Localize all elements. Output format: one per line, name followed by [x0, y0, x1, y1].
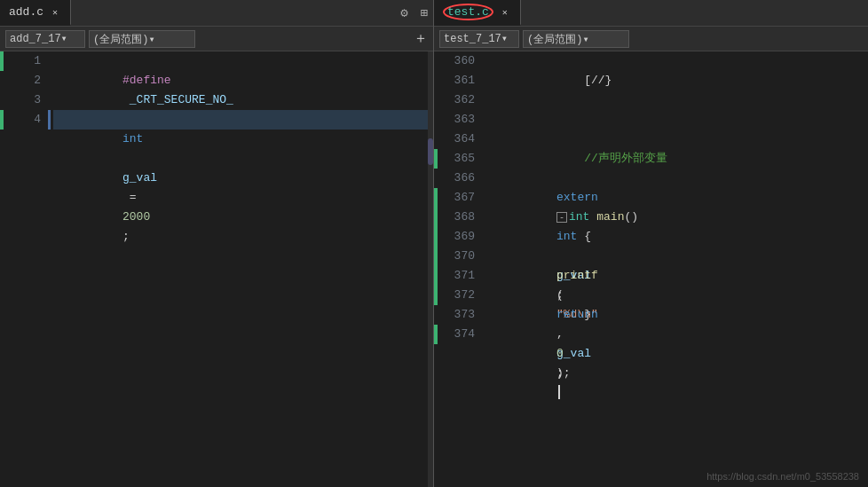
- left-tab-label: add.c: [9, 5, 43, 19]
- right-ln-366: 366: [438, 169, 475, 188]
- left-code-line-1: #define _CRT_SECURE_NO_: [53, 51, 428, 71]
- right-file-dropdown[interactable]: test_7_17▾: [439, 30, 519, 48]
- right-code-line-367: -int main(): [487, 188, 868, 208]
- left-code-area: 1 2 3 4 #define _CRT_SECURE_NO_ int g_va…: [0, 51, 433, 487]
- left-scope-dropdown[interactable]: (全局范围)▾: [89, 30, 195, 48]
- left-minimap-thumb: [428, 138, 433, 165]
- right-scope-dropdown-label: (全局范围): [527, 34, 582, 46]
- right-code-line-374: [487, 325, 868, 344]
- right-code-line-368: {: [487, 208, 868, 227]
- right-scope-dropdown[interactable]: (全局范围)▾: [523, 30, 629, 48]
- right-tab-test-c[interactable]: test.c ✕: [434, 0, 521, 26]
- watermark: https://blog.csdn.net/m0_53558238: [706, 471, 859, 482]
- right-ln-371: 371: [438, 266, 475, 286]
- left-gear-icon[interactable]: ⚙: [393, 5, 414, 20]
- right-code-line-360: [//}: [487, 51, 868, 71]
- right-tab-close[interactable]: ✕: [499, 6, 511, 19]
- left-code-line-2: [53, 71, 428, 90]
- right-ln-373: 373: [438, 305, 475, 325]
- right-tab-bar: test.c ✕: [434, 0, 868, 27]
- right-code-line-366: [487, 169, 868, 188]
- right-code-line-365: extern int g_val ;: [487, 149, 868, 169]
- right-toolbar: test_7_17▾ (全局范围)▾: [434, 27, 868, 51]
- right-code-line-369: printf ( "%d\n" , g_val );: [487, 227, 868, 247]
- left-file-dropdown[interactable]: add_7_17▾: [5, 30, 85, 48]
- left-minimap[interactable]: [428, 51, 433, 487]
- right-ln-364: 364: [438, 130, 475, 149]
- right-code-line-362: [487, 90, 868, 110]
- text-cursor: [558, 385, 560, 399]
- right-code-line-372: }: [487, 286, 868, 305]
- left-ln-1: 1: [4, 51, 41, 71]
- left-add-icon[interactable]: ＋: [414, 29, 428, 48]
- right-ln-361: 361: [438, 71, 475, 90]
- left-ln-3: 3: [4, 90, 41, 110]
- left-ln-4: 4: [4, 110, 41, 130]
- right-ln-372: 372: [438, 286, 475, 305]
- left-ln-2: 2: [4, 71, 41, 90]
- right-code-line-370: [487, 247, 868, 266]
- left-scope-dropdown-label: (全局范围): [93, 34, 148, 46]
- right-ln-368: 368: [438, 208, 475, 227]
- right-ln-360: 360: [438, 51, 475, 71]
- left-code-content[interactable]: #define _CRT_SECURE_NO_ int g_val = 2000…: [48, 51, 428, 487]
- right-ln-362: 362: [438, 90, 475, 110]
- right-ln-367: 367: [438, 188, 475, 208]
- right-code-line-364: //声明外部变量: [487, 130, 868, 149]
- right-code-line-361: [487, 71, 868, 90]
- left-toolbar: add_7_17▾ (全局范围)▾ ＋: [0, 27, 433, 51]
- left-tab-bar: add.c ✕ ⚙ ⊞: [0, 0, 433, 27]
- right-tab-name-highlight: test.c: [443, 4, 493, 20]
- left-code-line-4: int g_val = 2000 ;: [53, 110, 428, 130]
- right-code-line-373: [487, 305, 868, 325]
- left-bookmark-bar: [48, 110, 51, 130]
- left-tab-add-c[interactable]: add.c ✕: [0, 0, 71, 26]
- left-code-line-3: [53, 90, 428, 110]
- left-tab-close[interactable]: ✕: [49, 6, 61, 19]
- right-file-dropdown-label: test_7_17: [444, 33, 501, 45]
- right-ln-370: 370: [438, 247, 475, 266]
- left-file-dropdown-label: add_7_17: [10, 33, 61, 45]
- left-split-icon[interactable]: ⊞: [415, 5, 433, 20]
- right-ln-369: 369: [438, 227, 475, 247]
- right-code-content[interactable]: [//} //声明外部变量 extern int: [482, 51, 868, 487]
- right-ln-363: 363: [438, 110, 475, 130]
- right-code-line-371: return 0 ;: [487, 266, 868, 286]
- right-ln-374: 374: [438, 325, 475, 344]
- right-code-area: 360 361 362 363 364 365 366 367 368 369 …: [434, 51, 868, 487]
- left-line-numbers: 1 2 3 4: [4, 51, 48, 487]
- right-line-numbers: 360 361 362 363 364 365 366 367 368 369 …: [438, 51, 482, 487]
- right-ln-365: 365: [438, 149, 475, 169]
- right-code-line-363: [487, 110, 868, 130]
